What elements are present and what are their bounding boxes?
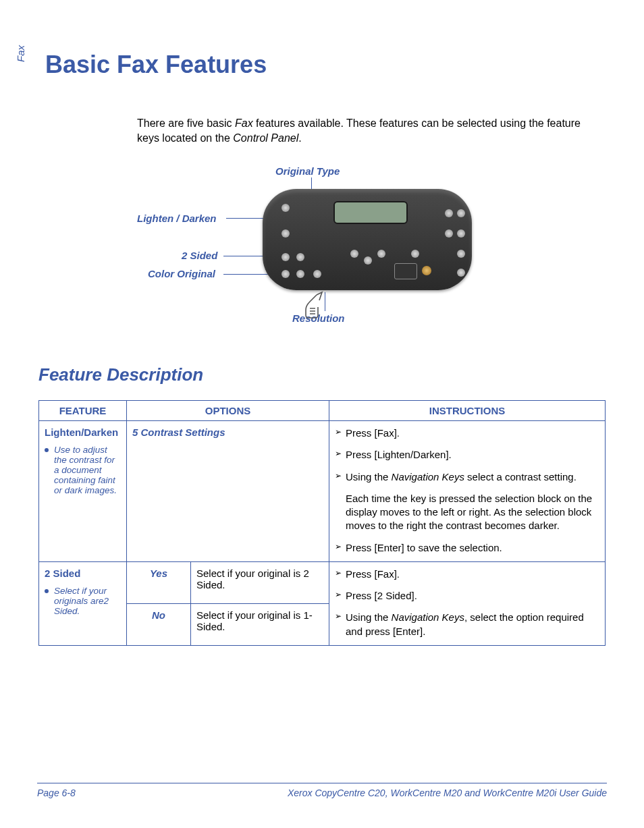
- lcd-screen-icon: [333, 201, 408, 224]
- th-instructions: INSTRUCTIONS: [329, 401, 606, 421]
- control-panel-graphic: [263, 189, 472, 290]
- th-feature: FEATURE: [39, 401, 127, 421]
- page-footer: Page 6-8 Xerox CopyCentre C20, WorkCentr…: [37, 783, 607, 798]
- instruction-list: Press [Fax]. Press [2 Sided]. Using the …: [335, 568, 599, 638]
- instruction-step: Press [2 Sided].: [335, 589, 599, 603]
- page-title: Basic Fax Features: [45, 51, 607, 79]
- intro-panel-word: Control Panel: [233, 132, 298, 144]
- callout-lighten-darken: Lighten / Darken: [137, 213, 217, 224]
- control-panel-diagram: Original Type Lighten / Darken 2 Sided C…: [137, 165, 502, 341]
- table-row: 2 Sided Select if your originals are2 Si…: [39, 561, 606, 603]
- option-desc: Select if your original is 1-Sided.: [191, 603, 329, 645]
- instr-text: Using the: [346, 611, 392, 623]
- instr-text: select a contrast setting.: [464, 471, 576, 482]
- intro-paragraph: There are five basic Fax features availa…: [137, 116, 600, 145]
- intro-pre: There are five basic: [137, 117, 235, 129]
- callout-2-sided: 2 Sided: [182, 250, 217, 261]
- instruction-list: Press [Fax]. Press [Lighten/Darken]. Usi…: [335, 426, 599, 555]
- feature-name: Lighten/Darken: [45, 426, 118, 438]
- callout-original-type: Original Type: [275, 165, 340, 177]
- option-value: No: [132, 609, 185, 621]
- page: Fax Basic Fax Features There are five ba…: [0, 0, 644, 828]
- instruction-step: Press [Fax].: [335, 568, 599, 581]
- footer-left: Page 6-8: [37, 788, 76, 798]
- feature-name: 2 Sided: [45, 568, 80, 579]
- instruction-step: Press [Fax].: [335, 426, 599, 440]
- instruction-step: Each time the key is pressed the selecti…: [335, 492, 599, 533]
- instr-nav: Navigation Keys: [392, 611, 464, 623]
- option-header: 5 Contrast Settings: [132, 426, 225, 438]
- instruction-step: Using the Navigation Keys, select the op…: [335, 611, 599, 638]
- option-value: Yes: [132, 568, 185, 579]
- section-heading: Feature Description: [38, 364, 607, 385]
- instr-text: Using the: [346, 471, 392, 482]
- instr-nav: Navigation Keys: [392, 471, 464, 482]
- option-desc: Select if your original is 2 Sided.: [191, 561, 329, 603]
- intro-post: .: [298, 132, 301, 144]
- pointing-hand-icon: [296, 291, 326, 323]
- table-row: Lighten/Darken Use to adjust the contras…: [39, 421, 606, 562]
- side-chapter-label: Fax: [15, 45, 26, 62]
- footer-right: Xerox CopyCentre C20, WorkCentre M20 and…: [288, 788, 607, 798]
- instruction-step: Press [Lighten/Darken].: [335, 448, 599, 462]
- instruction-step: Press [Enter] to save the selection.: [335, 541, 599, 555]
- feature-table: FEATURE OPTIONS INSTRUCTIONS Lighten/Dar…: [38, 400, 606, 646]
- callout-color-original: Color Original: [148, 268, 215, 279]
- intro-fax-word: Fax: [235, 117, 253, 129]
- th-options: OPTIONS: [127, 401, 329, 421]
- feature-note: Use to adjust the contrast for a documen…: [45, 445, 121, 495]
- feature-note: Select if your originals are2 Sided.: [45, 586, 121, 616]
- instruction-step: Using the Navigation Keys select a contr…: [335, 470, 599, 484]
